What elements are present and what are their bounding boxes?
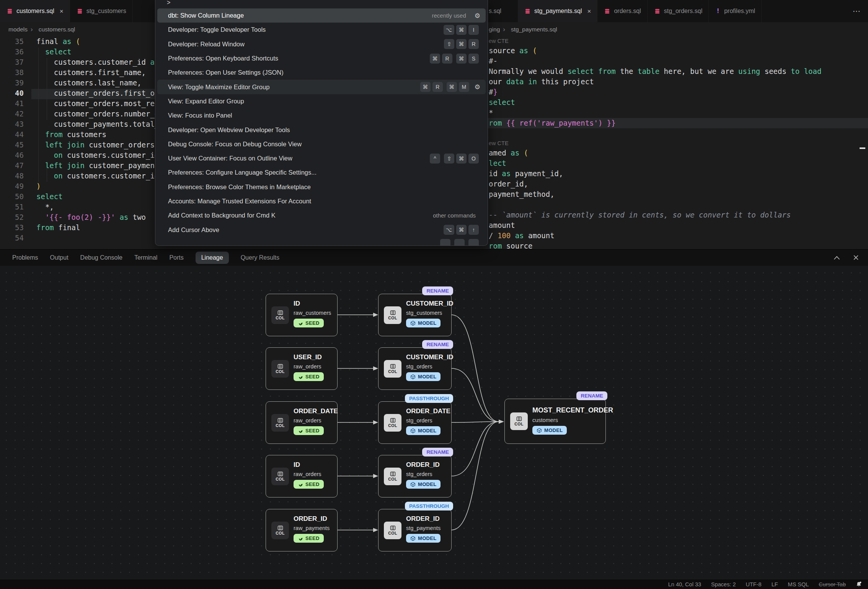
app-window: customers.sql×stg_customers s.sql stg_pa…: [0, 0, 868, 589]
codelens[interactable]: ew CTE: [439, 139, 868, 148]
seedling-icon: [298, 374, 303, 380]
tab-profiles.yml[interactable]: !profiles.yml: [709, 0, 762, 22]
code-line: [439, 128, 868, 139]
tab-stg_payments.sql[interactable]: stg_payments.sql×: [518, 0, 597, 22]
key-chip: ⌘: [447, 82, 457, 92]
breadcrumb-folder[interactable]: ging: [489, 26, 500, 33]
panel-collapse-icon[interactable]: [834, 255, 840, 260]
edge-type-badge: RENAME: [576, 391, 607, 400]
more-tabs-button[interactable]: ⋯: [853, 0, 861, 22]
palette-item[interactable]: Developer: Open Webview Developer Tools: [157, 123, 486, 137]
status-ms-sql[interactable]: MS SQL: [788, 581, 809, 587]
palette-item[interactable]: Preferences: Open User Settings (JSON): [157, 65, 486, 80]
palette-item[interactable]: View: Toggle Maximize Editor Group⌘R⌘M⚙: [157, 80, 486, 94]
code-editor-stg-payments[interactable]: ew CTEsource as (#-Normally we would sel…: [439, 36, 868, 249]
node-type-badge: MODEL: [406, 480, 441, 489]
lineage-node-most_recent_order-customers[interactable]: COLMOST_RECENT_ORDERcustomersMODELRENAME: [504, 399, 606, 444]
breadcrumb-file[interactable]: stg_payments.sql: [511, 26, 557, 33]
breadcrumb-file[interactable]: customers.sql: [39, 26, 75, 33]
lineage-node-order_id-stg_orders[interactable]: COLORDER_IDstg_ordersMODELRENAME: [378, 455, 452, 497]
node-title: ID: [294, 461, 300, 469]
panel-tab-ports[interactable]: Ports: [169, 254, 183, 261]
node-title: ID: [294, 300, 300, 308]
panel-tab-query-results[interactable]: Query Results: [241, 254, 279, 261]
cube-icon: [410, 536, 416, 541]
palette-item[interactable]: Add Context to Background for Cmd Kother…: [157, 208, 486, 223]
node-type-badge: SEED: [294, 372, 324, 381]
lineage-node-id-raw_orders[interactable]: COLIDraw_ordersSEED: [266, 455, 338, 497]
keybinding: ⇧⌘R: [444, 39, 479, 49]
column-chip-label: COL: [388, 531, 397, 535]
code-line: payment_method,: [439, 189, 868, 200]
database-icon: [525, 8, 530, 14]
edge-type-badge: RENAME: [422, 286, 453, 295]
panel-tab-output[interactable]: Output: [50, 254, 69, 261]
lineage-node-user_id-raw_orders[interactable]: COLUSER_IDraw_ordersSEED: [266, 347, 338, 390]
key-chip: ⇧: [444, 39, 454, 49]
columns-icon: [277, 310, 283, 315]
lineage-node-customer_id-stg_customers[interactable]: COLCUSTOMER_IDstg_customersMODELRENAME: [378, 294, 452, 336]
palette-item[interactable]: Developer: Toggle Developer Tools⌥⌘I: [157, 23, 486, 37]
tab-stg_customers[interactable]: stg_customers: [70, 0, 133, 22]
notification-bell-icon[interactable]: [856, 581, 862, 587]
node-type-badge: MODEL: [532, 426, 567, 435]
panel-close-icon[interactable]: [853, 255, 859, 260]
command-palette-input[interactable]: >: [155, 0, 488, 7]
panel-tab-problems[interactable]: Problems: [12, 254, 38, 261]
database-icon: [654, 8, 660, 14]
status-lf[interactable]: LF: [772, 581, 778, 587]
palette-item[interactable]: Preferences: Configure Language Specific…: [157, 165, 486, 180]
gear-icon[interactable]: ⚙: [475, 12, 480, 20]
palette-item[interactable]: View: Focus into Panel: [157, 108, 486, 123]
lineage-node-order_date-stg_orders[interactable]: COLORDER_DATEstg_ordersMODELPASSTHROUGH: [378, 401, 452, 444]
lineage-node-order_date-raw_orders[interactable]: COLORDER_DATEraw_ordersSEED: [266, 401, 338, 444]
tab-orders.sql[interactable]: orders.sql: [597, 0, 647, 22]
palette-item[interactable]: Preferences: Open Keyboard Shortcuts⌘R⌘S: [157, 51, 486, 65]
status-spaces-2[interactable]: Spaces: 2: [711, 581, 736, 587]
node-type-label: SEED: [305, 428, 320, 434]
palette-item[interactable]: [157, 237, 486, 246]
key-chip: R: [432, 82, 443, 92]
code-text: left join customer_orders: [24, 140, 155, 150]
lineage-node-order_id-stg_payments[interactable]: COLORDER_IDstg_paymentsMODELPASSTHROUGH: [378, 509, 452, 551]
key-chip: ^: [430, 154, 440, 164]
status-utf-8[interactable]: UTF-8: [746, 581, 762, 587]
palette-item-label: View: Expand Editor Group: [168, 98, 480, 105]
columns-icon: [277, 471, 283, 476]
palette-item[interactable]: Debug Console: Focus on Debug Console Vi…: [157, 137, 486, 151]
breadcrumb-folder[interactable]: models: [8, 26, 28, 33]
node-title: CUSTOMER_ID: [406, 300, 453, 308]
palette-item-label: Preferences: Browse Color Themes in Mark…: [168, 183, 480, 191]
palette-item[interactable]: Add Cursor Above⌥⌘↑: [157, 223, 486, 237]
key-chip: ⌘: [456, 39, 467, 49]
key-chip: [454, 239, 465, 246]
panel-tab-terminal[interactable]: Terminal: [134, 254, 157, 261]
palette-item[interactable]: dbt: Show Column Lineagerecently used⚙: [157, 8, 486, 23]
palette-item[interactable]: User View Container: Focus on Outline Vi…: [157, 151, 486, 165]
node-title: ORDER_ID: [406, 515, 440, 523]
lineage-canvas[interactable]: + − COLIDraw_customersSEEDCOLUSER_IDraw_…: [0, 266, 868, 579]
lineage-node-customer_id-stg_orders[interactable]: COLCUSTOMER_IDstg_ordersMODELRENAME: [378, 347, 452, 390]
lineage-node-order_id-raw_payments[interactable]: COLORDER_IDraw_paymentsSEED: [266, 509, 338, 551]
code-text: left join customer_payment: [24, 160, 159, 171]
lineage-node-id-raw_customers[interactable]: COLIDraw_customersSEED: [266, 294, 338, 336]
tab-customers.sql[interactable]: customers.sql×: [0, 0, 70, 22]
palette-item[interactable]: Preferences: Browse Color Themes in Mark…: [157, 180, 486, 194]
column-chip-label: COL: [276, 369, 285, 374]
close-tab-icon[interactable]: ×: [587, 8, 591, 15]
palette-item[interactable]: Accounts: Manage Trusted Extensions For …: [157, 194, 486, 208]
codelens[interactable]: ew CTE: [439, 36, 868, 46]
gear-icon[interactable]: ⚙: [475, 83, 480, 91]
palette-item[interactable]: View: Expand Editor Group: [157, 94, 486, 108]
status-cursor-tab[interactable]: Cursor Tab: [819, 581, 846, 587]
line-number: 50: [0, 191, 24, 202]
status-ln-40-col-33[interactable]: Ln 40, Col 33: [668, 581, 701, 587]
panel-tab-lineage[interactable]: Lineage: [196, 252, 229, 264]
code-line: rom {{ ref('raw_payments') }}: [439, 118, 868, 128]
partial-tab[interactable]: s.sql: [489, 0, 501, 22]
tab-stg_orders.sql[interactable]: stg_orders.sql: [648, 0, 709, 22]
key-chip: ↑: [468, 225, 479, 235]
close-tab-icon[interactable]: ×: [60, 8, 64, 15]
panel-tab-debug-console[interactable]: Debug Console: [80, 254, 122, 261]
palette-item[interactable]: Developer: Reload Window⇧⌘R: [157, 37, 486, 51]
